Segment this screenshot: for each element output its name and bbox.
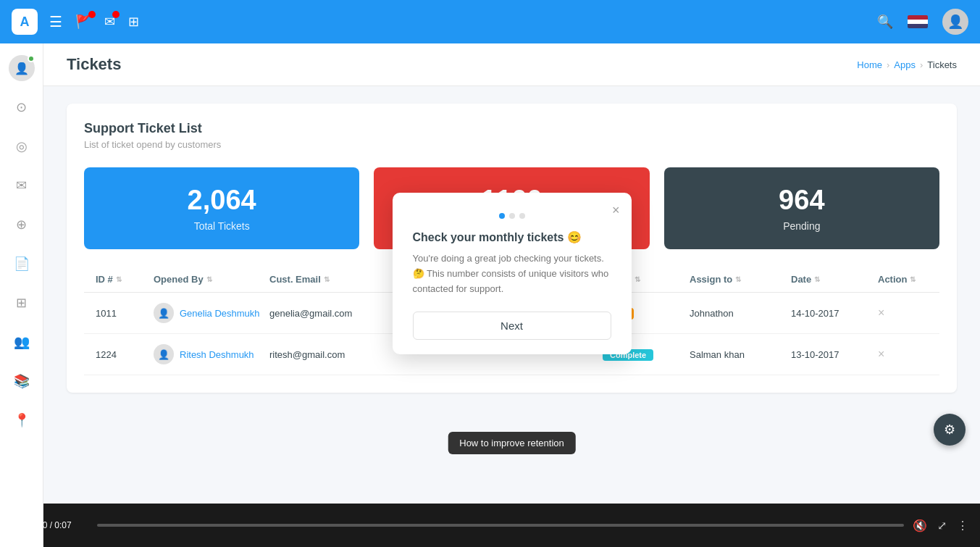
mail-icon[interactable]: ✉ (104, 14, 115, 30)
tooltip-body: You're doing a great job checking your t… (413, 251, 611, 296)
topbar-nav-icons: ☰ 🚩 ✉ ⊞ (49, 13, 139, 30)
topbar: A ☰ 🚩 ✉ ⊞ 🔍 👤 (0, 0, 980, 43)
sidebar-item-book[interactable]: 📚 (9, 368, 35, 394)
video-bar: ▶ 0:00 / 0:07 🔇 ⤢ ⋮ (0, 504, 980, 547)
bookmark-icon[interactable]: 🚩 (75, 14, 91, 30)
tooltip-close-button[interactable]: × (612, 203, 620, 218)
online-indicator (28, 55, 35, 62)
sidebar-item-target[interactable]: ◎ (9, 133, 35, 159)
video-menu-icon[interactable]: ⋮ (957, 519, 968, 533)
main-content: Tickets Home › Apps › Tickets Support Ti… (43, 43, 980, 504)
flag-icon[interactable] (908, 15, 928, 28)
tooltip-overlay: × Check your monthly tickets 😊 You're do… (43, 43, 980, 504)
tooltip-popup: × Check your monthly tickets 😊 You're do… (393, 193, 632, 354)
video-progress-bar[interactable] (97, 524, 904, 527)
sidebar-item-location[interactable]: 📍 (9, 407, 35, 433)
logo[interactable]: A (12, 9, 38, 35)
tooltip-dot-2 (509, 213, 515, 219)
tooltip-dots (413, 213, 611, 219)
fullscreen-icon[interactable]: ⤢ (937, 519, 947, 533)
mute-icon[interactable]: 🔇 (913, 519, 927, 533)
tooltip-heading: Check your monthly tickets 😊 (413, 230, 611, 244)
tooltip-next-button[interactable]: Next (413, 312, 611, 340)
sidebar-user-avatar[interactable]: 👤 (9, 55, 35, 81)
sidebar-item-mail[interactable]: ✉ (9, 172, 35, 199)
tooltip-dot-3 (519, 213, 525, 219)
search-icon[interactable]: 🔍 (877, 14, 893, 30)
sidebar-item-grid[interactable]: ⊞ (9, 290, 35, 316)
sidebar-item-dashboard[interactable]: ⊙ (9, 94, 35, 120)
sidebar-item-puzzle[interactable]: ⊕ (9, 212, 35, 238)
user-avatar[interactable]: 👤 (942, 9, 968, 35)
video-controls-right: 🔇 ⤢ ⋮ (913, 519, 968, 533)
tooltip-dot-1 (499, 213, 505, 219)
sidebar-item-users[interactable]: 👥 (9, 329, 35, 355)
grid-icon[interactable]: ⊞ (128, 14, 139, 30)
sidebar: 👤 ⊙ ◎ ✉ ⊕ 📄 ⊞ 👥 📚 📍 (0, 43, 43, 547)
topbar-right: 🔍 👤 (877, 9, 968, 35)
sidebar-item-document[interactable]: 📄 (9, 251, 35, 277)
menu-icon[interactable]: ☰ (49, 13, 62, 30)
